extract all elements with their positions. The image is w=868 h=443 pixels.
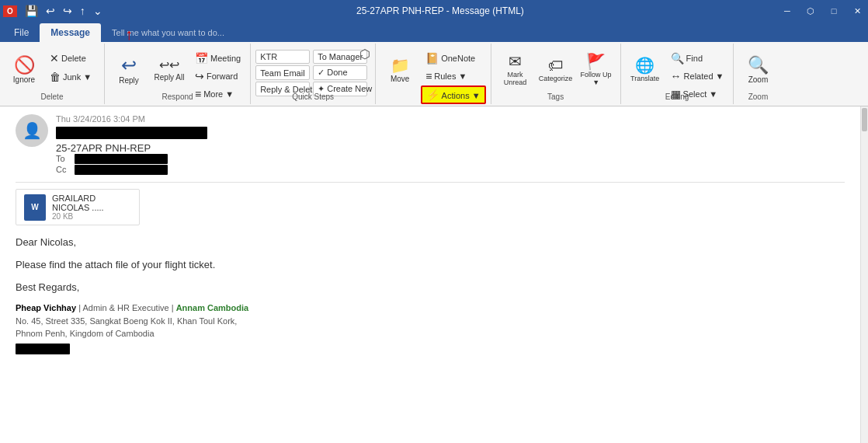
email-greeting: Dear Nicolas,: [16, 235, 845, 251]
categorize-button[interactable]: 🏷 Categorize: [536, 47, 575, 93]
ktr-button[interactable]: KTR: [255, 50, 310, 64]
translate-icon: 🌐: [635, 58, 654, 73]
forward-icon: ↪: [195, 70, 204, 82]
sig-name: Pheap Vichhay: [16, 303, 76, 312]
follow-up-button[interactable]: 🚩 Follow Up ▼: [577, 47, 616, 93]
done-button[interactable]: ✓ Done: [313, 65, 367, 80]
respond-group-label: Respond: [105, 91, 250, 103]
attachment-name: GRAILARD NICOLAS .....: [52, 194, 131, 212]
minimize-button[interactable]: ─: [776, 3, 798, 19]
qat-dropdown[interactable]: ⌄: [92, 5, 104, 17]
reply-all-icon: ↩↩: [159, 59, 179, 72]
window-title: 25-27APR PNH-REP - Message (HTML): [104, 5, 776, 16]
email-area: 👤 Thu 3/24/2016 3:04 PM ████████████████…: [0, 106, 868, 443]
email-date: Thu 3/24/2016 3:04 PM: [56, 114, 845, 124]
zoom-group-label: Zoom: [734, 91, 782, 103]
sender-name: ██████████████████████: [56, 127, 207, 139]
cc-value: [75, 165, 168, 175]
email-cc-row: Cc: [56, 165, 845, 175]
mark-unread-button[interactable]: ✉ Mark Unread: [496, 47, 535, 93]
attachment-icon: W: [24, 194, 46, 221]
tags-group-label: Tags: [491, 91, 620, 103]
move-button[interactable]: 📁 Move: [380, 47, 419, 93]
related-button[interactable]: ↔ Related ▼: [666, 68, 729, 85]
sig-addr2: Phnom Penh, Kingdom of Cambodia: [16, 329, 155, 338]
reply-all-button[interactable]: ↩↩ Reply All: [150, 47, 189, 93]
sig-addr1: No. 45, Street 335, Sangkat Boeng Kok II…: [16, 316, 237, 326]
ribbon-group-editing: 🌐 Translate 🔍 Find ↔ Related ▼ ▦ Select …: [621, 44, 734, 104]
attachment-box[interactable]: W GRAILARD NICOLAS ..... 20 KB: [16, 189, 140, 225]
restore-button[interactable]: ⬡: [800, 3, 821, 19]
junk-button[interactable]: 🗑 Junk ▼: [45, 68, 99, 85]
actions-button[interactable]: ⚡ Actions ▼: [421, 85, 485, 104]
delete-group-label: Delete: [0, 91, 104, 103]
tab-message[interactable]: Message: [40, 23, 101, 42]
scrollbar-thumb[interactable]: [862, 108, 867, 131]
meeting-button[interactable]: 📅 Meeting: [190, 50, 245, 67]
related-icon: ↔: [671, 70, 682, 82]
editing-group-label: Editing: [621, 91, 734, 103]
mark-unread-icon: ✉: [509, 54, 522, 69]
email-to-row: To: [56, 154, 845, 164]
email-line1: Please find the attach file of your flig…: [16, 257, 845, 274]
ribbon-group-zoom: 🔍 Zoom Zoom: [734, 44, 782, 104]
forward-button[interactable]: ↪ Forward: [190, 68, 245, 85]
onenote-button[interactable]: 📔 OneNote: [421, 50, 485, 67]
sig-company: Annam Cambodia: [176, 303, 249, 312]
redo-button[interactable]: ↪: [61, 5, 74, 17]
rules-button[interactable]: ≡ Rules ▼: [421, 68, 485, 85]
email-header: 👤 Thu 3/24/2016 3:04 PM ████████████████…: [16, 114, 845, 183]
maximize-button[interactable]: □: [823, 3, 845, 19]
ribbon-group-delete: 🚫 Ignore ✕ Delete 🗑 Junk ▼ Delete: [0, 44, 105, 104]
ribbon-group-respond: ↩ Reply ↑ ↩↩ Reply All 📅 Meeting ↪ Forwa…: [105, 44, 251, 104]
tell-me-input[interactable]: Tell me what you want to do...: [101, 23, 868, 42]
reply-button[interactable]: ↩ Reply ↑: [109, 47, 148, 93]
meeting-icon: 📅: [195, 52, 208, 65]
quick-access-toolbar: 💾 ↩ ↪ ↑ ⌄: [23, 5, 104, 17]
cc-label: Cc: [56, 165, 71, 175]
junk-icon: 🗑: [50, 71, 61, 83]
close-button[interactable]: ✕: [846, 3, 868, 19]
ribbon-content: 🚫 Ignore ✕ Delete 🗑 Junk ▼ Delete ↩ Repl…: [0, 42, 868, 106]
categorize-icon: 🏷: [548, 58, 564, 73]
email-subject: 25-27APR PNH-REP: [56, 142, 845, 154]
email-regards: Best Regards,: [16, 280, 845, 296]
ribbon-group-quick-steps: KTR To Manager Team Email ✓ Done: [251, 44, 376, 104]
zoom-button[interactable]: 🔍 Zoom: [738, 47, 777, 93]
ribbon-group-move: 📁 Move 📔 OneNote ≡ Rules ▼ ⚡ Actions ▼: [376, 44, 491, 104]
move-icon: 📁: [391, 58, 410, 73]
follow-up-icon: 🚩: [586, 54, 606, 69]
app-logo: O: [3, 5, 17, 17]
delete-button[interactable]: ✕ Delete: [45, 50, 99, 67]
quick-steps-group-label: Quick Steps: [251, 91, 375, 103]
delete-icon: ✕: [50, 52, 59, 65]
email-header-info: Thu 3/24/2016 3:04 PM ██████████████████…: [56, 114, 845, 176]
ignore-button[interactable]: 🚫 Ignore: [5, 47, 43, 93]
find-icon: 🔍: [671, 52, 684, 65]
quick-steps-expand[interactable]: ⬡: [359, 47, 370, 61]
sig-redacted: [16, 344, 70, 354]
onenote-icon: 📔: [425, 52, 439, 65]
repeat-button[interactable]: ↑: [78, 5, 87, 17]
tab-file[interactable]: File: [3, 23, 40, 42]
window-controls: ─ ⬡ □ ✕: [776, 3, 868, 19]
email-scrollbar[interactable]: [860, 106, 868, 443]
find-button[interactable]: 🔍 Find: [666, 50, 729, 67]
reply-icon: ↩: [121, 56, 137, 75]
email-body: Dear Nicolas, Please find the attach fil…: [16, 225, 845, 367]
attachment-info: GRAILARD NICOLAS ..... 20 KB: [52, 194, 131, 221]
to-value: [75, 154, 168, 164]
translate-button[interactable]: 🌐 Translate: [626, 47, 665, 93]
ribbon-group-tags: ✉ Mark Unread 🏷 Categorize 🚩 Follow Up ▼…: [491, 44, 621, 104]
zoom-icon: 🔍: [748, 57, 769, 74]
team-email-button[interactable]: Team Email: [255, 65, 310, 80]
ignore-icon: 🚫: [14, 57, 35, 74]
title-bar: O 💾 ↩ ↪ ↑ ⌄ 25-27APR PNH-REP - Message (…: [0, 0, 868, 22]
email-signature: Pheap Vichhay | Admin & HR Executive | A…: [16, 302, 845, 358]
email-main-content: 👤 Thu 3/24/2016 3:04 PM ████████████████…: [0, 106, 860, 443]
rules-icon: ≡: [425, 70, 432, 82]
undo-button[interactable]: ↩: [44, 5, 57, 17]
actions-icon: ⚡: [426, 89, 439, 101]
to-label: To: [56, 154, 71, 164]
save-button[interactable]: 💾: [23, 5, 40, 17]
